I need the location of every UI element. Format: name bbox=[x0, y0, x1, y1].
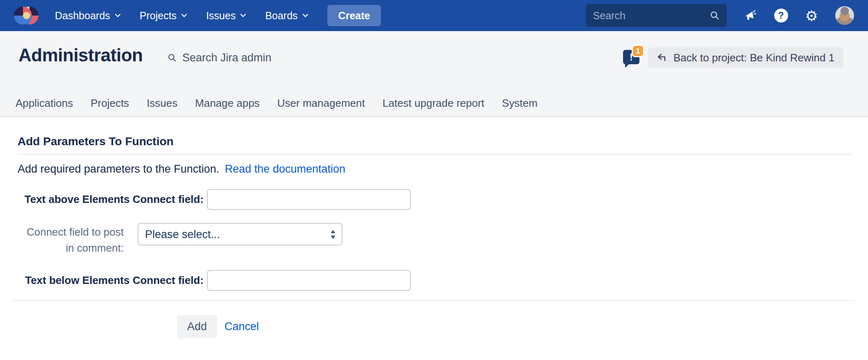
tab-system[interactable]: System bbox=[502, 97, 537, 110]
connect-field-select[interactable]: Please select... bbox=[138, 223, 342, 245]
text-below-input[interactable] bbox=[207, 270, 411, 291]
top-navbar: Dashboards Projects Issues Boards Create… bbox=[0, 0, 868, 31]
section-description: Add required parameters to the Function.… bbox=[18, 163, 345, 176]
page-title: Administration bbox=[18, 45, 143, 65]
tab-applications[interactable]: Applications bbox=[16, 97, 73, 110]
admin-tabs: Applications Projects Issues Manage apps… bbox=[16, 97, 537, 110]
menu-projects[interactable]: Projects bbox=[140, 10, 187, 22]
chevron-down-icon bbox=[115, 14, 121, 18]
tab-manage-apps[interactable]: Manage apps bbox=[195, 97, 260, 110]
create-button[interactable]: Create bbox=[327, 5, 381, 26]
menu-projects-label: Projects bbox=[140, 10, 177, 22]
connect-field-select-wrap: Please select... bbox=[138, 223, 342, 245]
menu-issues[interactable]: Issues bbox=[206, 10, 246, 22]
site-logo-icon[interactable] bbox=[14, 5, 39, 26]
avatar[interactable] bbox=[835, 6, 854, 25]
back-to-project-label: Back to project: Be Kind Rewind 1 bbox=[673, 52, 834, 64]
navbar-menu: Dashboards Projects Issues Boards bbox=[55, 10, 308, 22]
back-arrow-icon bbox=[657, 54, 668, 62]
form-divider bbox=[12, 300, 856, 301]
menu-issues-label: Issues bbox=[206, 10, 236, 22]
admin-header: Administration Search Jira admin ! 1 Bac… bbox=[0, 31, 868, 117]
tab-latest-upgrade-report[interactable]: Latest upgrade report bbox=[383, 97, 485, 110]
chevron-down-icon bbox=[302, 14, 308, 18]
gear-icon[interactable]: ⚙ bbox=[805, 9, 818, 23]
description-text: Add required parameters to the Function. bbox=[18, 163, 219, 175]
read-documentation-link[interactable]: Read the documentation bbox=[225, 163, 345, 175]
search-icon bbox=[167, 53, 177, 63]
add-button[interactable]: Add bbox=[177, 315, 217, 338]
main-content: Add Parameters To Function Add required … bbox=[0, 117, 868, 359]
heading-divider bbox=[18, 154, 850, 155]
label-text-below-field: Text below Elements Connect field: bbox=[0, 270, 204, 291]
megaphone-icon[interactable] bbox=[744, 9, 757, 22]
menu-boards[interactable]: Boards bbox=[265, 10, 308, 22]
chevron-down-icon bbox=[240, 14, 246, 18]
tab-issues[interactable]: Issues bbox=[147, 97, 177, 110]
section-heading: Add Parameters To Function bbox=[18, 135, 174, 148]
menu-dashboards-label: Dashboards bbox=[55, 10, 110, 22]
text-above-input[interactable] bbox=[207, 189, 411, 210]
search-icon[interactable] bbox=[709, 10, 720, 21]
navbar-icons: ? ⚙ bbox=[744, 6, 854, 25]
help-icon[interactable]: ? bbox=[774, 9, 788, 22]
tab-user-management[interactable]: User management bbox=[277, 97, 365, 110]
search-input[interactable] bbox=[593, 10, 709, 22]
notification-badge: 1 bbox=[632, 45, 644, 57]
navbar-search bbox=[586, 4, 727, 27]
help-glyph: ? bbox=[778, 10, 784, 21]
tab-projects[interactable]: Projects bbox=[91, 97, 129, 110]
label-text-above-field: Text above Elements Connect field: bbox=[0, 189, 204, 210]
admin-search-label: Search Jira admin bbox=[182, 52, 272, 64]
logo-circle-left bbox=[14, 7, 32, 25]
notification-button[interactable]: ! 1 bbox=[623, 46, 647, 72]
label-connect-field: Connect field to post in comment: bbox=[20, 224, 124, 256]
gear-glyph: ⚙ bbox=[805, 9, 818, 23]
back-to-project-button[interactable]: Back to project: Be Kind Rewind 1 bbox=[648, 47, 843, 68]
menu-dashboards[interactable]: Dashboards bbox=[55, 10, 121, 22]
admin-search[interactable]: Search Jira admin bbox=[167, 52, 272, 64]
cancel-link[interactable]: Cancel bbox=[224, 315, 259, 338]
chevron-down-icon bbox=[181, 14, 187, 18]
menu-boards-label: Boards bbox=[265, 10, 297, 22]
